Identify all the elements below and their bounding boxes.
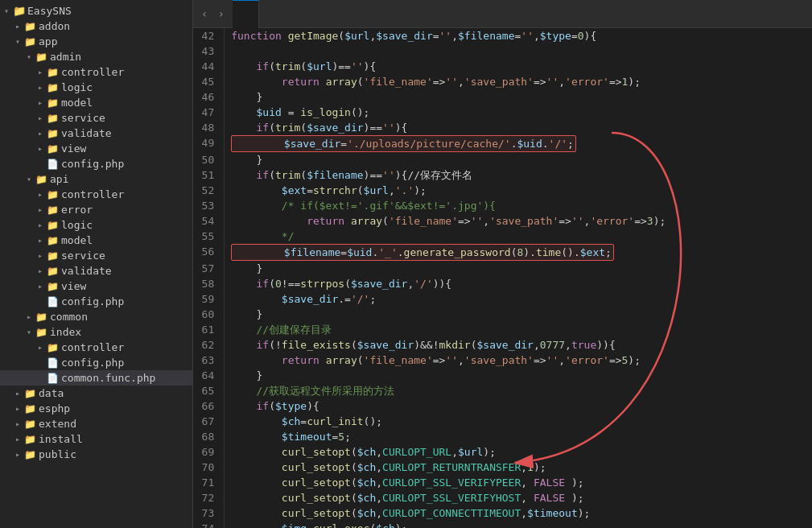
line-content: return array('file_name'=>'','save_path'… — [225, 74, 812, 89]
sidebar-item-common-func[interactable]: 📄common.func.php — [0, 370, 192, 386]
sidebar-item-esphp[interactable]: ▸📁esphp — [0, 401, 192, 416]
sidebar-item-label: admin — [50, 51, 81, 63]
line-content: */ — [225, 229, 812, 244]
line-content: if(0!==strrpos($save_dir,'/')){ — [225, 276, 812, 291]
tree-arrow: ▸ — [34, 113, 47, 122]
sidebar-item-view[interactable]: ▸📁view — [0, 141, 192, 156]
sidebar-item-config-php-index[interactable]: 📄config.php — [0, 355, 192, 370]
sidebar-item-index[interactable]: ▾📁index — [0, 324, 192, 340]
sidebar-item-error[interactable]: ▸📁error — [0, 202, 192, 217]
line-content: $filename=$uid.'_'.generate_password(8).… — [225, 244, 812, 261]
line-content: curl_setopt($ch,CURLOPT_SSL_VERIFYHOST, … — [225, 490, 812, 505]
sidebar-item-label: logic — [61, 219, 93, 231]
sidebar-item-controller3[interactable]: ▸📁controller — [0, 340, 192, 355]
code-area[interactable]: 42function getImage($url,$save_dir='',$f… — [193, 28, 812, 528]
tree-arrow: ▸ — [34, 190, 47, 199]
line-content: curl_setopt($ch,CURLOPT_RETURNTRANSFER,1… — [225, 460, 812, 475]
table-row: 68 $timeout=5; — [193, 429, 812, 444]
sidebar-item-easysns[interactable]: ▾📁EasySNS — [0, 3, 192, 19]
sidebar-item-controller[interactable]: ▸📁controller — [0, 64, 192, 80]
folder-icon: 📁 — [47, 82, 61, 93]
sidebar-item-label: common.func.php — [61, 372, 155, 384]
folder-icon: 📁 — [47, 235, 61, 246]
line-number: 49 — [193, 135, 225, 152]
sidebar-item-config-php-api[interactable]: 📄config.php — [0, 294, 192, 309]
sidebar-item-extend[interactable]: ▸📁extend — [0, 416, 192, 431]
line-content: $ch=curl_init(); — [225, 414, 812, 429]
sidebar-item-label: service — [61, 112, 105, 124]
sidebar-item-logic2[interactable]: ▸📁logic — [0, 217, 192, 233]
line-content: curl_setopt($ch,CURLOPT_CONNECTTIMEOUT,$… — [225, 505, 812, 521]
table-row: 74 $img=curl_exec($ch); — [193, 521, 812, 528]
sidebar-item-config-php-admin[interactable]: 📄config.php — [0, 156, 192, 171]
sidebar-item-common[interactable]: ▸📁common — [0, 309, 192, 324]
folder-icon: 📁 — [24, 434, 39, 445]
sidebar-item-label: common — [50, 311, 88, 323]
sidebar-item-view2[interactable]: ▸📁view — [0, 278, 192, 294]
tree-arrow: ▸ — [34, 266, 47, 275]
line-content: /* if($ext!='.gif'&&$ext!='.jpg'){ — [225, 198, 812, 213]
line-number: 67 — [193, 414, 225, 429]
sidebar-item-admin[interactable]: ▾📁admin — [0, 49, 192, 64]
sidebar-item-label: view — [61, 142, 86, 155]
nav-back[interactable]: ‹ — [198, 6, 211, 22]
line-number: 66 — [193, 398, 225, 414]
sidebar-item-label: config.php — [61, 357, 124, 369]
table-row: 66 if($type){ — [193, 398, 812, 414]
table-row: 58 if(0!==strrpos($save_dir,'/')){ — [193, 276, 812, 291]
line-content: return array('file_name'=>'','save_path'… — [225, 213, 812, 229]
tree-arrow: ▸ — [34, 68, 47, 76]
sidebar-item-public[interactable]: ▸📁public — [0, 447, 192, 462]
table-row: 62 if(!file_exists($save_dir)&&!mkdir($s… — [193, 337, 812, 353]
line-number: 59 — [193, 291, 225, 307]
folder-icon: 📁 — [47, 220, 61, 231]
tree-arrow: ▸ — [11, 404, 24, 413]
line-number: 47 — [193, 105, 225, 120]
sidebar-item-validate2[interactable]: ▸📁validate — [0, 263, 192, 278]
line-number: 43 — [193, 43, 225, 59]
tree-arrow: ▸ — [34, 282, 47, 291]
folder-icon: 📁 — [35, 311, 50, 323]
line-content: $save_dir='./uploads/picture/cache/'.$ui… — [225, 135, 812, 152]
code-table: 42function getImage($url,$save_dir='',$f… — [193, 28, 812, 528]
sidebar-item-app[interactable]: ▾📁app — [0, 34, 192, 49]
folder-icon: 📁 — [24, 21, 39, 32]
table-row: 49 $save_dir='./uploads/picture/cache/'.… — [193, 135, 812, 152]
sidebar-item-data[interactable]: ▸📁data — [0, 386, 192, 401]
line-number: 42 — [193, 28, 225, 43]
line-number: 65 — [193, 383, 225, 398]
sidebar-item-validate[interactable]: ▸📁validate — [0, 126, 192, 141]
table-row: 64 } — [193, 368, 812, 383]
table-row: 46 } — [193, 89, 812, 105]
table-row: 45 return array('file_name'=>'','save_pa… — [193, 74, 812, 89]
sidebar-item-label: api — [50, 173, 68, 185]
table-row: 61 //创建保存目录 — [193, 322, 812, 337]
sidebar-item-controller2[interactable]: ▸📁controller — [0, 187, 192, 202]
sidebar-item-model2[interactable]: ▸📁model — [0, 233, 192, 248]
line-number: 51 — [193, 167, 225, 183]
nav-forward[interactable]: › — [214, 6, 227, 22]
sidebar-item-logic[interactable]: ▸📁logic — [0, 80, 192, 95]
line-content: curl_setopt($ch,CURLOPT_SSL_VERIFYPEER, … — [225, 475, 812, 490]
folder-icon: 📁 — [47, 204, 61, 216]
sidebar-item-install[interactable]: ▸📁install — [0, 431, 192, 447]
table-row: 70 curl_setopt($ch,CURLOPT_RETURNTRANSFE… — [193, 460, 812, 475]
line-number: 50 — [193, 152, 225, 167]
sidebar-item-api[interactable]: ▾📁api — [0, 171, 192, 187]
folder-icon: 📁 — [47, 97, 61, 109]
line-content: if(!file_exists($save_dir)&&!mkdir($save… — [225, 337, 812, 353]
sidebar-item-service[interactable]: ▸📁service — [0, 110, 192, 126]
file-icon: 📄 — [47, 296, 61, 307]
table-row: 53 /* if($ext!='.gif'&&$ext!='.jpg'){ — [193, 198, 812, 213]
folder-icon: 📁 — [47, 281, 61, 292]
table-row: 60 } — [193, 307, 812, 322]
sidebar-item-model[interactable]: ▸📁model — [0, 95, 192, 110]
line-number: 45 — [193, 74, 225, 89]
tree-arrow: ▸ — [34, 83, 47, 92]
tab-common-func[interactable] — [233, 0, 259, 28]
sidebar-item-service2[interactable]: ▸📁service — [0, 248, 192, 263]
sidebar-item-addon[interactable]: ▸📁addon — [0, 19, 192, 34]
file-icon: 📄 — [47, 373, 61, 384]
tree-arrow: ▸ — [34, 236, 47, 245]
line-number: 69 — [193, 444, 225, 460]
